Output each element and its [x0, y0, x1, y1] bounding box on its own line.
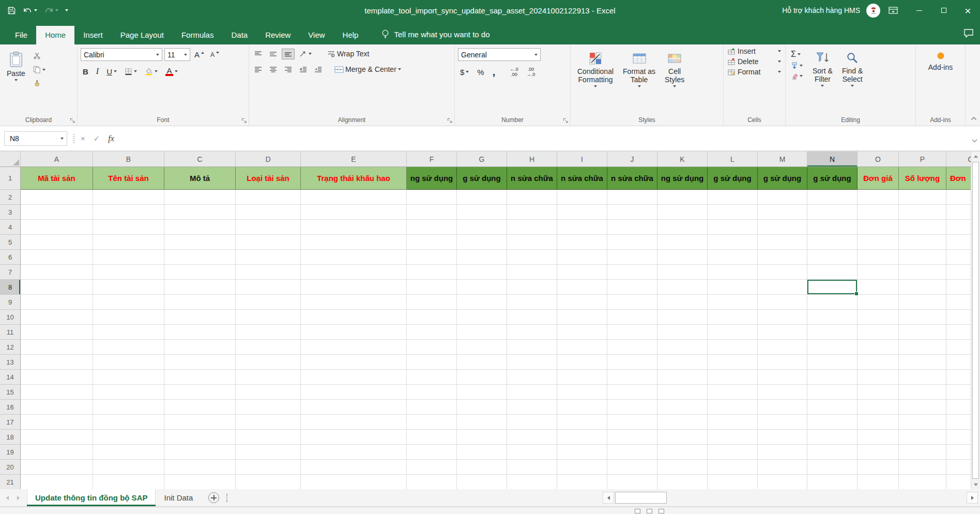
- cell-A2[interactable]: [21, 190, 93, 205]
- cell-O11[interactable]: [858, 325, 899, 340]
- cell-H15[interactable]: [507, 385, 557, 400]
- cell-N4[interactable]: [807, 220, 858, 235]
- ribbon-display-options-button[interactable]: [889, 7, 898, 14]
- bold-button[interactable]: B: [81, 66, 90, 78]
- cell-A7[interactable]: [21, 265, 93, 280]
- column-header-O[interactable]: O: [858, 152, 899, 166]
- cell-F5[interactable]: [407, 235, 457, 250]
- account-name[interactable]: Hỗ trợ khách hàng HMS: [782, 6, 860, 14]
- cell-A11[interactable]: [21, 325, 93, 340]
- cell-H3[interactable]: [507, 205, 557, 220]
- vertical-scrollbar[interactable]: [971, 152, 980, 489]
- cell-I3[interactable]: [557, 205, 607, 220]
- cell-H2[interactable]: [507, 190, 557, 205]
- cell-P19[interactable]: [899, 445, 946, 460]
- cell-P2[interactable]: [899, 190, 946, 205]
- cell-D19[interactable]: [236, 445, 301, 460]
- cell-B18[interactable]: [93, 430, 164, 445]
- cell-K17[interactable]: [657, 415, 708, 430]
- top-align-button[interactable]: [252, 49, 264, 59]
- addins-button[interactable]: Add-ins: [925, 47, 956, 72]
- cell-K4[interactable]: [657, 220, 708, 235]
- cell-K3[interactable]: [657, 205, 708, 220]
- cell-A12[interactable]: [21, 340, 93, 355]
- cell-E3[interactable]: [301, 205, 407, 220]
- cell-L7[interactable]: [708, 265, 758, 280]
- cell-H1[interactable]: n sửa chữa: [507, 167, 557, 190]
- previous-sheet-button[interactable]: [6, 496, 9, 500]
- orientation-button[interactable]: [297, 49, 314, 59]
- cell-J5[interactable]: [607, 235, 657, 250]
- cell-D3[interactable]: [236, 205, 301, 220]
- menu-tab-home[interactable]: Home: [36, 26, 74, 44]
- cell-F1[interactable]: ng sử dụng: [407, 167, 457, 190]
- cell-B6[interactable]: [93, 250, 164, 265]
- cell-I6[interactable]: [557, 250, 607, 265]
- cell-I18[interactable]: [557, 430, 607, 445]
- cell-J6[interactable]: [607, 250, 657, 265]
- cell-O3[interactable]: [858, 205, 899, 220]
- cell-B15[interactable]: [93, 385, 164, 400]
- cell-C19[interactable]: [164, 445, 236, 460]
- font-name-combo[interactable]: Calibri: [81, 48, 162, 61]
- align-left-button[interactable]: [252, 65, 264, 74]
- cell-A14[interactable]: [21, 370, 93, 385]
- autosum-button[interactable]: Σ: [789, 48, 805, 60]
- cell-F8[interactable]: [407, 280, 457, 295]
- cell-H6[interactable]: [507, 250, 557, 265]
- cell-J21[interactable]: [607, 475, 657, 489]
- menu-tab-data[interactable]: Data: [222, 26, 256, 44]
- cell-G15[interactable]: [457, 385, 507, 400]
- alignment-dialog-launcher[interactable]: [447, 118, 453, 124]
- cell-P14[interactable]: [899, 370, 946, 385]
- bottom-align-button[interactable]: [282, 49, 294, 59]
- cell-J9[interactable]: [607, 295, 657, 310]
- cell-H7[interactable]: [507, 265, 557, 280]
- cell-F11[interactable]: [407, 325, 457, 340]
- cell-N10[interactable]: [807, 310, 858, 325]
- row-header-5[interactable]: 5: [0, 235, 21, 250]
- cell-K12[interactable]: [657, 340, 708, 355]
- font-dialog-launcher[interactable]: [241, 118, 247, 124]
- cell-K5[interactable]: [657, 235, 708, 250]
- cell-M10[interactable]: [758, 310, 807, 325]
- account-avatar[interactable]: [866, 4, 880, 18]
- cell-I19[interactable]: [557, 445, 607, 460]
- column-header-N[interactable]: N: [807, 152, 858, 166]
- comma-style-button[interactable]: ,: [491, 67, 498, 77]
- cell-I7[interactable]: [557, 265, 607, 280]
- cell-C4[interactable]: [164, 220, 236, 235]
- cell-H19[interactable]: [507, 445, 557, 460]
- row-header-17[interactable]: 17: [0, 415, 21, 430]
- cell-I4[interactable]: [557, 220, 607, 235]
- cell-O5[interactable]: [858, 235, 899, 250]
- cell-B4[interactable]: [93, 220, 164, 235]
- cell-D10[interactable]: [236, 310, 301, 325]
- cell-E10[interactable]: [301, 310, 407, 325]
- cell-P13[interactable]: [899, 355, 946, 370]
- menu-tab-review[interactable]: Review: [256, 26, 299, 44]
- cell-F14[interactable]: [407, 370, 457, 385]
- cell-G6[interactable]: [457, 250, 507, 265]
- menu-tab-insert[interactable]: Insert: [74, 26, 112, 44]
- cell-I21[interactable]: [557, 475, 607, 489]
- cell-B9[interactable]: [93, 295, 164, 310]
- select-all-corner[interactable]: [0, 152, 21, 166]
- scroll-up-button[interactable]: [971, 152, 980, 161]
- cell-G20[interactable]: [457, 460, 507, 475]
- cell-O13[interactable]: [858, 355, 899, 370]
- cell-A13[interactable]: [21, 355, 93, 370]
- cell-P9[interactable]: [899, 295, 946, 310]
- cell-J8[interactable]: [607, 280, 657, 295]
- cell-C21[interactable]: [164, 475, 236, 489]
- collapse-ribbon-button[interactable]: [971, 113, 977, 123]
- cell-F4[interactable]: [407, 220, 457, 235]
- cell-F20[interactable]: [407, 460, 457, 475]
- cell-E13[interactable]: [301, 355, 407, 370]
- minimize-button[interactable]: [907, 0, 931, 21]
- column-header-H[interactable]: H: [507, 152, 557, 166]
- cell-J10[interactable]: [607, 310, 657, 325]
- row-header-21[interactable]: 21: [0, 475, 21, 489]
- cell-E20[interactable]: [301, 460, 407, 475]
- column-header-A[interactable]: A: [21, 152, 93, 166]
